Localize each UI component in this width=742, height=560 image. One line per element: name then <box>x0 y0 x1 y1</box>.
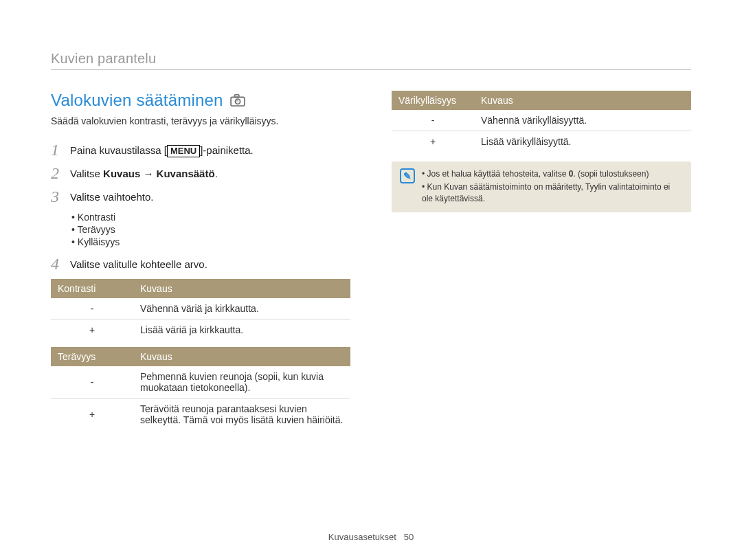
option-bullets: Kontrasti Terävyys Kylläisyys <box>71 212 350 247</box>
table-header-varikyllaisyys: Värikylläisyys <box>392 91 474 110</box>
table-row: + Terävöitä reunoja parantaaksesi kuvien… <box>51 399 350 431</box>
step-2: 2 Valitse Kuvaus → Kuvansäätö. <box>51 165 350 181</box>
table-row: Kontrasti Kuvaus <box>51 279 350 298</box>
table-varikyllaisyys: Värikylläisyys Kuvaus - Vähennä värikyll… <box>392 91 691 152</box>
bullet-kontrasti: Kontrasti <box>71 212 350 223</box>
step-2-bold: Kuvaus → Kuvansäätö <box>103 168 215 179</box>
content: Valokuvien säätäminen P Säädä valokuvien… <box>51 91 691 437</box>
camera-icon: P <box>229 93 247 107</box>
step-2-num: 2 <box>51 165 63 181</box>
note-1c: . (sopii tulostukseen) <box>573 169 649 179</box>
step-1-body: Paina kuvaustilassa [MENU]-painiketta. <box>70 142 254 157</box>
table-row: - Pehmennä kuvien reunoja (sopii, kun ku… <box>51 366 350 399</box>
table-cell: + <box>392 131 474 153</box>
step-2-pre: Valitse <box>70 168 103 179</box>
left-column: Valokuvien säätäminen P Säädä valokuvien… <box>51 91 350 437</box>
table-header-kontrasti: Kontrasti <box>51 279 133 298</box>
table-row: Värikylläisyys Kuvaus <box>392 91 691 110</box>
table-cell: + <box>51 399 133 431</box>
footer: Kuvausasetukset 50 <box>0 532 742 542</box>
list-item: Jos et halua käyttää tehosteita, valitse… <box>422 168 683 180</box>
table-header-kuvaus: Kuvaus <box>474 91 691 110</box>
menu-button-label: MENU <box>167 145 200 157</box>
step-1-num: 1 <box>51 142 63 158</box>
breadcrumb: Kuvien parantelu <box>51 51 156 66</box>
table-cell: Vähennä värikylläisyyttä. <box>474 110 691 131</box>
footer-page: 50 <box>404 532 414 542</box>
table-teravyys: Terävyys Kuvaus - Pehmennä kuvien reunoj… <box>51 347 350 430</box>
table-cell: - <box>51 298 133 320</box>
step-1: 1 Paina kuvaustilassa [MENU]-painiketta. <box>51 142 350 158</box>
table-cell: - <box>51 366 133 399</box>
table-row: - Vähennä väriä ja kirkkautta. <box>51 298 350 320</box>
table-cell: Pehmennä kuvien reunoja (sopii, kun kuvi… <box>133 366 350 399</box>
table-cell: Terävöitä reunoja parantaaksesi kuvien s… <box>133 399 350 431</box>
table-cell: + <box>51 320 133 341</box>
table-cell: Vähennä väriä ja kirkkautta. <box>133 298 350 320</box>
note-icon: ✎ <box>400 168 415 183</box>
section-title: Valokuvien säätäminen P <box>51 91 350 110</box>
page-header: Kuvien parantelu <box>51 51 691 70</box>
step-3-body: Valitse vaihtoehto. <box>70 188 153 203</box>
step-4-num: 4 <box>51 256 63 272</box>
step-2-post: . <box>215 168 218 179</box>
table-cell: - <box>392 110 474 131</box>
list-item: Kun Kuvan säätämistoiminto on määritetty… <box>422 181 683 205</box>
step-3: 3 Valitse vaihtoehto. <box>51 188 350 205</box>
footer-section: Kuvausasetukset <box>328 532 396 542</box>
table-cell: Lisää värikylläisyyttä. <box>474 131 691 153</box>
table-cell: Lisää väriä ja kirkkautta. <box>133 320 350 341</box>
table-row: + Lisää värikylläisyyttä. <box>392 131 691 153</box>
right-column: Värikylläisyys Kuvaus - Vähennä värikyll… <box>392 91 691 437</box>
section-title-text: Valokuvien säätäminen <box>51 91 223 110</box>
table-header-kuvaus: Kuvaus <box>133 279 350 298</box>
step-1-pre: Paina kuvaustilassa [ <box>70 144 167 156</box>
note-box: ✎ Jos et halua käyttää tehosteita, valit… <box>392 161 691 212</box>
intro-text: Säädä valokuvien kontrasti, terävyys ja … <box>51 115 350 126</box>
note-list: Jos et halua käyttää tehosteita, valitse… <box>422 168 683 205</box>
table-header-kuvaus: Kuvaus <box>133 347 350 366</box>
step-2-body: Valitse Kuvaus → Kuvansäätö. <box>70 165 218 179</box>
step-1-post: ]-painiketta. <box>200 144 254 156</box>
table-row: Terävyys Kuvaus <box>51 347 350 366</box>
note-1a: Jos et halua käyttää tehosteita, valitse <box>427 169 569 179</box>
bullet-kyllaisyys: Kylläisyys <box>71 236 350 247</box>
table-header-teravyys: Terävyys <box>51 347 133 366</box>
svg-rect-1 <box>234 95 238 98</box>
table-row: - Vähennä värikylläisyyttä. <box>392 110 691 131</box>
step-3-num: 3 <box>51 188 63 205</box>
table-row: + Lisää väriä ja kirkkautta. <box>51 320 350 341</box>
bullet-teravyys: Terävyys <box>71 224 350 235</box>
step-4-body: Valitse valitulle kohteelle arvo. <box>70 256 207 270</box>
svg-text:P: P <box>235 99 238 105</box>
table-kontrasti: Kontrasti Kuvaus - Vähennä väriä ja kirk… <box>51 279 350 340</box>
step-4: 4 Valitse valitulle kohteelle arvo. <box>51 256 350 272</box>
